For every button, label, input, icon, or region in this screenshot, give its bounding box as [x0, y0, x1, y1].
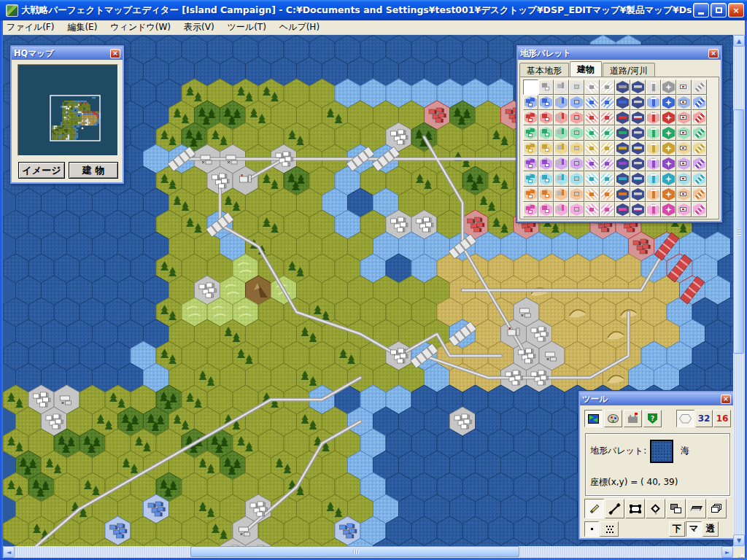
- close-button[interactable]: ×: [728, 3, 744, 18]
- copy-tool-button[interactable]: [666, 499, 686, 518]
- palette-cell-port2[interactable]: [630, 156, 646, 171]
- palette-cell-port[interactable]: [615, 125, 630, 141]
- palette-cell-airfield2[interactable]: [600, 95, 615, 110]
- palette-cell-depot[interactable]: [676, 79, 692, 95]
- hex-grid-button[interactable]: [676, 410, 694, 427]
- palette-cell-airfield[interactable]: [584, 95, 600, 110]
- title-bar[interactable]: 大戦略パーフェクトマップエディター [Island Campaign] - C:…: [0, 0, 747, 20]
- palette-cell-airfield[interactable]: [584, 171, 600, 187]
- palette-cell-city-md[interactable]: [538, 79, 554, 95]
- palette-cell-airfield[interactable]: [584, 187, 600, 202]
- palette-cell-depot[interactable]: [676, 95, 692, 110]
- palette-cell-city-md[interactable]: [538, 141, 554, 156]
- menu-help[interactable]: ヘルプ(H): [273, 20, 326, 35]
- palette-cell-airfield[interactable]: [584, 110, 600, 125]
- palette-cell-base-star[interactable]: [661, 95, 676, 110]
- dot-size-button[interactable]: [584, 521, 599, 537]
- palette-cell-airfield2[interactable]: [600, 79, 615, 95]
- palette-mode-button[interactable]: [604, 410, 622, 427]
- palette-cell-city-md[interactable]: [538, 171, 554, 187]
- palette-cell-port2[interactable]: [630, 171, 646, 187]
- palette-cell-port[interactable]: [615, 187, 630, 202]
- palette-cell-city-lg[interactable]: [523, 110, 538, 125]
- palette-cell-tower[interactable]: [646, 187, 661, 202]
- palette-cell-airfield2[interactable]: [600, 171, 615, 187]
- hq-image-button[interactable]: イメージ: [18, 162, 65, 179]
- palette-cell-factory[interactable]: [554, 95, 569, 110]
- palette-cell-house[interactable]: [569, 171, 584, 187]
- palette-cell-tower[interactable]: [646, 202, 661, 217]
- pencil-tool-button[interactable]: [584, 499, 604, 518]
- eraser-tool-button[interactable]: [686, 499, 706, 518]
- tool-title-bar[interactable]: ツール ×: [580, 392, 733, 405]
- palette-cell-port2[interactable]: [630, 202, 646, 217]
- menu-file[interactable]: ファイル(F): [0, 20, 61, 35]
- palette-cell-bridge[interactable]: [692, 202, 707, 217]
- palette-cell-city-md[interactable]: [538, 202, 554, 217]
- palette-cell-tower[interactable]: [646, 110, 661, 125]
- palette-cell-bridge[interactable]: [692, 95, 707, 110]
- palette-cell-depot[interactable]: [676, 202, 692, 217]
- palette-cell-city-lg[interactable]: [523, 125, 538, 141]
- palette-cell-tower[interactable]: [646, 95, 661, 110]
- palette-cell-factory[interactable]: [554, 171, 569, 187]
- palette-cell-depot[interactable]: [676, 110, 692, 125]
- palette-cell-factory[interactable]: [554, 156, 569, 171]
- palette-cell-city-lg[interactable]: [523, 187, 538, 202]
- rectangle-tool-button[interactable]: [625, 499, 645, 518]
- palette-cell-bridge[interactable]: [692, 171, 707, 187]
- palette-cell-base-star[interactable]: [661, 171, 676, 187]
- palette-cell-airfield2[interactable]: [600, 156, 615, 171]
- palette-cell-house[interactable]: [569, 187, 584, 202]
- palette-cell-port[interactable]: [615, 79, 630, 95]
- palette-cell-base-star[interactable]: [661, 156, 676, 171]
- palette-cell-port[interactable]: [615, 95, 630, 110]
- palette-cell-port[interactable]: [615, 110, 630, 125]
- terrain-palette-window[interactable]: 地形パレット × 基本地形 建物 道路/河川: [516, 45, 722, 222]
- palette-cell-base-star[interactable]: [661, 110, 676, 125]
- horizontal-scrollbar[interactable]: ◄ ►: [3, 546, 733, 558]
- castle-mode-button[interactable]: [624, 410, 642, 427]
- palette-cell-factory[interactable]: [554, 79, 569, 95]
- zoom-16-button[interactable]: 16: [713, 410, 731, 427]
- palette-cell-port2[interactable]: [630, 141, 646, 156]
- menu-tool[interactable]: ツール(T): [221, 20, 273, 35]
- scroll-left-button[interactable]: ◄: [3, 546, 15, 558]
- hq-title-bar[interactable]: HQマップ ×: [12, 47, 123, 60]
- help-button[interactable]: ?: [643, 410, 662, 427]
- palette-close-button[interactable]: ×: [708, 49, 719, 58]
- fill-tool-button[interactable]: [646, 499, 665, 518]
- palette-cell-port[interactable]: [615, 156, 630, 171]
- palette-cell-base-star[interactable]: [661, 202, 676, 217]
- palette-cell-port[interactable]: [615, 202, 630, 217]
- palette-cell-house[interactable]: [569, 110, 584, 125]
- palette-cell-city-md[interactable]: [538, 125, 554, 141]
- palette-cell-city-lg[interactable]: [523, 156, 538, 171]
- palette-cell-factory[interactable]: [554, 125, 569, 141]
- palette-cell-depot[interactable]: [676, 187, 692, 202]
- palette-cell-house[interactable]: [569, 156, 584, 171]
- layers-tool-button[interactable]: [707, 499, 727, 518]
- palette-cell-house[interactable]: [569, 141, 584, 156]
- palette-cell-port2[interactable]: [630, 110, 646, 125]
- palette-cell-city-lg[interactable]: [523, 141, 538, 156]
- tab-roads-rivers[interactable]: 道路/河川: [603, 63, 655, 77]
- palette-cell-house[interactable]: [569, 79, 584, 95]
- tab-basic-terrain[interactable]: 基本地形: [519, 63, 569, 77]
- scroll-right-button[interactable]: ►: [721, 546, 733, 558]
- palette-cell-airfield2[interactable]: [600, 141, 615, 156]
- palette-cell-airfield2[interactable]: [600, 202, 615, 217]
- tool-close-button[interactable]: ×: [721, 394, 731, 404]
- palette-cell-factory[interactable]: [554, 110, 569, 125]
- mode-ma-button[interactable]: マ: [686, 521, 702, 537]
- palette-title-bar[interactable]: 地形パレット ×: [518, 47, 721, 60]
- palette-cell-city-md[interactable]: [538, 187, 554, 202]
- scroll-down-button[interactable]: ▼: [733, 534, 745, 546]
- palette-cell-airfield2[interactable]: [600, 125, 615, 141]
- palette-cell-port2[interactable]: [630, 187, 646, 202]
- palette-cell-port2[interactable]: [630, 95, 646, 110]
- palette-cell-depot[interactable]: [676, 156, 692, 171]
- hq-map-window[interactable]: HQマップ × イメージ 建 物: [10, 45, 124, 184]
- palette-cell-tower[interactable]: [646, 141, 661, 156]
- palette-cell-tower[interactable]: [646, 125, 661, 141]
